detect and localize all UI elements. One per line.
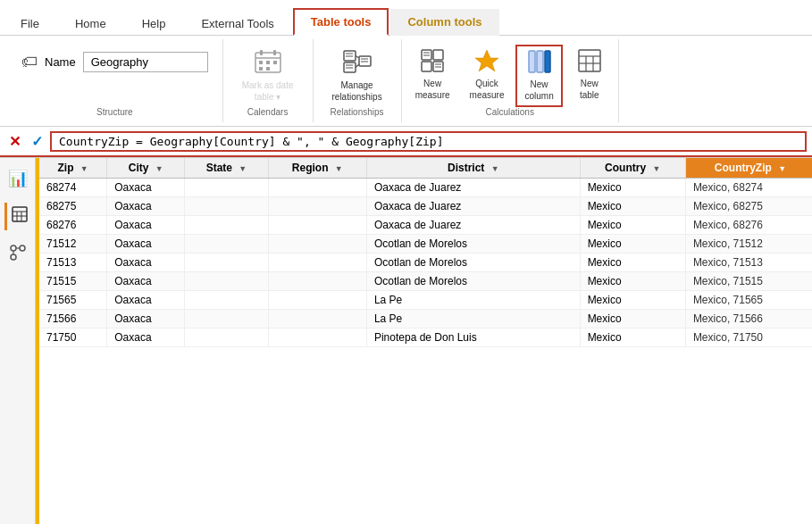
table-cell: Ocotlan de Morelos — [366, 272, 580, 291]
manage-relationships-button[interactable]: Managerelationships — [324, 45, 390, 107]
region-filter-icon[interactable]: ▼ — [335, 164, 343, 173]
cancel-button[interactable]: ✕ — [5, 133, 24, 150]
formula-input[interactable] — [50, 131, 807, 152]
svg-rect-21 — [433, 50, 443, 60]
tab-column-tools[interactable]: Column tools — [390, 9, 498, 36]
yellow-bar — [36, 158, 39, 524]
formula-bar: ✕ ✓ — [0, 127, 812, 157]
table-cell: Oaxaca — [107, 310, 185, 329]
table-cell: Oaxaca — [107, 216, 185, 235]
col-city[interactable]: City ▼ — [107, 158, 185, 179]
table-cell — [268, 329, 366, 347]
table-cell: Mexico, 71750 — [685, 329, 812, 347]
svg-rect-2 — [273, 50, 276, 55]
state-filter-icon[interactable]: ▼ — [239, 164, 247, 173]
svg-point-44 — [11, 254, 16, 260]
table-cell: Mexico — [580, 235, 685, 254]
table-row: 71513OaxacaOcotlan de MorelosMexicoMexic… — [39, 254, 812, 272]
name-group: 🏷 Name Structure — [7, 39, 223, 122]
model-icon[interactable] — [6, 241, 29, 269]
table-cell: Oaxaca — [107, 197, 185, 216]
table-cell: Ocotlan de Morelos — [366, 235, 580, 254]
table-cell: Mexico, 68275 — [685, 197, 812, 216]
zip-filter-icon[interactable]: ▼ — [80, 164, 88, 173]
table-cell: Oaxaca de Juarez — [366, 179, 580, 197]
svg-rect-7 — [259, 67, 263, 71]
new-measure-button[interactable]: Newmeasure — [407, 45, 458, 105]
quick-measure-icon — [475, 49, 498, 76]
table-cell: La Pe — [366, 310, 580, 329]
svg-rect-32 — [579, 50, 600, 71]
table-cell: La Pe — [366, 291, 580, 310]
table-cell: 71565 — [39, 291, 107, 310]
table-cell — [268, 216, 366, 235]
table-cell: Mexico — [580, 329, 685, 347]
table-row: 68276OaxacaOaxaca de JuarezMexicoMexico,… — [39, 216, 812, 235]
table-cell: Mexico — [580, 216, 685, 235]
table-row: 71750OaxacaPinotepa de Don LuisMexicoMex… — [39, 329, 812, 347]
table-body: 68274OaxacaOaxaca de JuarezMexicoMexico,… — [39, 179, 812, 347]
manage-rel-label: Managerelationships — [332, 79, 382, 103]
col-state[interactable]: State ▼ — [185, 158, 268, 179]
table-cell — [185, 197, 268, 216]
structure-label: Structure — [21, 107, 208, 117]
name-label: Name — [45, 55, 76, 69]
tab-external-tools[interactable]: External Tools — [184, 11, 290, 36]
new-table-icon — [578, 49, 601, 76]
name-input[interactable] — [83, 52, 208, 72]
col-countryzip[interactable]: CountryZip ▼ — [685, 158, 812, 179]
table-cell — [185, 329, 268, 347]
tab-home[interactable]: Home — [58, 11, 123, 36]
svg-point-43 — [20, 245, 25, 251]
table-cell: Oaxaca — [107, 235, 185, 254]
table-cell: Oaxaca de Juarez — [366, 197, 580, 216]
svg-point-42 — [11, 245, 16, 251]
table-cell — [268, 310, 366, 329]
table-cell: Mexico — [580, 310, 685, 329]
col-country[interactable]: Country ▼ — [580, 158, 685, 179]
city-filter-icon[interactable]: ▼ — [155, 164, 163, 173]
table-cell: Pinotepa de Don Luis — [366, 329, 580, 347]
tab-row: File Home Help External Tools Table tool… — [0, 0, 812, 36]
table-cell: Mexico, 71513 — [685, 254, 812, 272]
district-filter-icon[interactable]: ▼ — [491, 164, 499, 173]
mark-date-button[interactable]: Mark as datetable ▾ — [234, 45, 302, 107]
table-cell: Mexico, 68276 — [685, 216, 812, 235]
countryzip-filter-icon[interactable]: ▼ — [778, 164, 786, 173]
table-cell: Mexico, 71565 — [685, 291, 812, 310]
table-cell: Mexico — [580, 179, 685, 197]
calculations-label: Calculations — [485, 107, 533, 117]
table-cell — [268, 291, 366, 310]
table-cell: Mexico, 71515 — [685, 272, 812, 291]
table-cell: 71512 — [39, 235, 107, 254]
chart-icon[interactable]: 📊 — [4, 165, 31, 192]
tab-table-tools[interactable]: Table tools — [293, 8, 389, 36]
table-cell: 71515 — [39, 272, 107, 291]
relationships-label: Relationships — [331, 107, 384, 117]
col-region[interactable]: Region ▼ — [268, 158, 366, 179]
table-cell: Mexico, 71512 — [685, 235, 812, 254]
table-cell: Mexico — [580, 197, 685, 216]
table-cell: 68275 — [39, 197, 107, 216]
svg-marker-28 — [475, 50, 498, 71]
calculations-group: Newmeasure Quickmeasure — [402, 39, 619, 122]
ribbon: File Home Help External Tools Table tool… — [0, 0, 812, 158]
new-table-button[interactable]: Newtable — [566, 45, 613, 105]
svg-rect-29 — [529, 51, 535, 72]
tab-help[interactable]: Help — [125, 11, 183, 36]
col-district[interactable]: District ▼ — [366, 158, 580, 179]
table-cell — [185, 235, 268, 254]
svg-rect-22 — [422, 62, 431, 71]
new-column-button[interactable]: Newcolumn — [515, 45, 562, 107]
table-cell: Oaxaca — [107, 254, 185, 272]
table-cell: Mexico, 68274 — [685, 179, 812, 197]
table-cell — [185, 254, 268, 272]
table-icon[interactable] — [4, 203, 31, 230]
table-cell: 68276 — [39, 216, 107, 235]
quick-measure-button[interactable]: Quickmeasure — [462, 45, 513, 105]
country-filter-icon[interactable]: ▼ — [652, 164, 660, 173]
new-measure-label: Newmeasure — [415, 78, 450, 101]
col-zip[interactable]: Zip ▼ — [39, 158, 107, 179]
confirm-button[interactable]: ✓ — [28, 133, 46, 150]
tab-file[interactable]: File — [4, 11, 56, 36]
